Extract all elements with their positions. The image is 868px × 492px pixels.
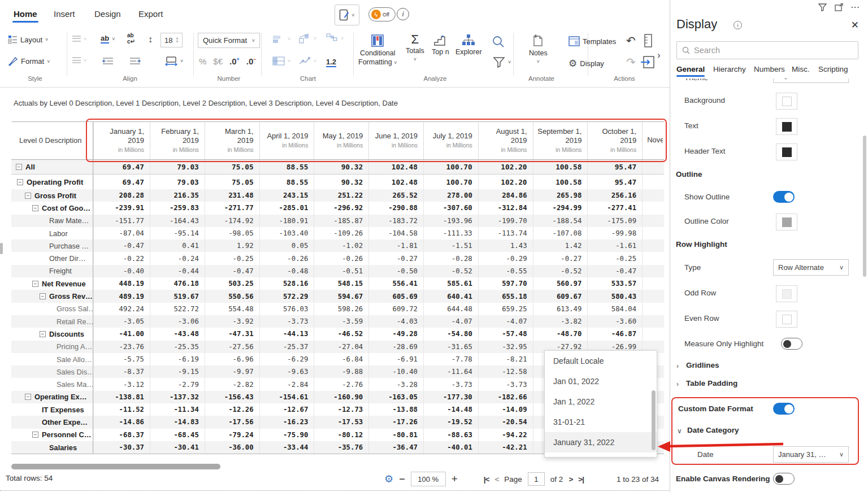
expander-icon[interactable]: − [32, 205, 38, 211]
expander-icon[interactable]: − [25, 193, 31, 199]
tab-export[interactable]: Export [138, 9, 163, 19]
date-format-option[interactable]: January 31, 2022 [545, 432, 657, 452]
chevron-right-icon[interactable]: › [676, 380, 679, 388]
even-row-color-swatch[interactable] [776, 311, 797, 328]
zoom-out-button[interactable]: − [399, 473, 405, 485]
decimal-increase-button[interactable]: .0+ [229, 56, 240, 66]
layout-button[interactable]: Layout ˅ [8, 35, 48, 44]
expander-icon[interactable]: − [17, 179, 23, 185]
top-n-button[interactable]: Top n [432, 35, 449, 56]
edit-mode-button[interactable]: ˅ [335, 5, 359, 25]
panel-tab-numbers[interactable]: Numbers [754, 65, 785, 73]
totals-button[interactable]: Σ Totals ˅ [406, 34, 424, 62]
column-width-button[interactable]: ˅ [165, 56, 183, 66]
search-data-button[interactable] [492, 35, 505, 49]
display-button[interactable]: ⚙ Display [568, 58, 604, 69]
gridlines-section[interactable]: Gridlines [686, 361, 719, 369]
settings-gear-icon[interactable]: ⚙ [384, 473, 393, 485]
expand-icon[interactable] [835, 3, 843, 11]
last-page-button[interactable]: >| [578, 475, 584, 484]
decimal-decrease-button[interactable]: .0− [246, 56, 257, 66]
decimal-display-button[interactable]: 1.2 [326, 58, 336, 67]
expander-icon[interactable]: − [32, 281, 38, 287]
undo-button[interactable]: ↶ [626, 34, 636, 47]
next-page-button[interactable]: > [568, 475, 572, 484]
filter-icon[interactable] [818, 3, 827, 11]
chevron-down-icon[interactable]: ˅ [176, 40, 178, 43]
quick-format-dropdown[interactable]: Quick Format ˅ [198, 33, 260, 48]
bar-chart-button[interactable]: ˅ [272, 34, 290, 44]
measure-only-highlight-toggle[interactable] [781, 338, 802, 350]
filter-button[interactable]: ˅ [493, 56, 511, 68]
text-overflow-button[interactable]: ab ˅ [101, 34, 115, 43]
panel-tab-hierarchy[interactable]: Hierarchy [713, 65, 746, 73]
date-format-select[interactable]: January 31, … ∨ [773, 446, 849, 463]
conditional-formatting-button[interactable]: Conditional Formatting ˅ [358, 34, 397, 67]
expander-icon[interactable]: − [40, 293, 46, 299]
date-category-section[interactable]: Date Category [687, 426, 739, 434]
collapse-panel-button[interactable] [640, 55, 655, 69]
row-height-icon[interactable]: ↕ [148, 34, 153, 45]
tab-home[interactable]: Home [14, 9, 37, 19]
dropdown-scrollbar[interactable] [652, 390, 656, 450]
indent-decrease-button[interactable] [102, 57, 114, 65]
expander-icon[interactable]: − [25, 394, 31, 400]
text-color-swatch[interactable] [776, 118, 797, 135]
row-highlight-type-select[interactable]: Row Alternate ∨ [773, 259, 849, 276]
explorer-button[interactable]: Explorer [455, 34, 482, 56]
power-toggle[interactable]: ϟ Off [368, 7, 396, 21]
templates-button[interactable]: Templates [568, 36, 616, 46]
info-icon[interactable]: i [397, 8, 409, 20]
table-padding-section[interactable]: Table Padding [686, 379, 737, 387]
date-format-option[interactable]: 31-01-21 [545, 412, 657, 432]
panel-scrollbar[interactable] [863, 136, 866, 277]
prev-page-button[interactable]: < [494, 475, 498, 484]
outline-color-swatch[interactable] [776, 214, 797, 230]
custom-date-format-toggle[interactable] [773, 403, 795, 415]
enable-canvas-rendering-toggle[interactable] [773, 473, 795, 485]
vertical-align-button[interactable]: ˅ [72, 36, 86, 42]
table-chart-button[interactable]: ˅ [272, 56, 290, 66]
expander-icon[interactable]: − [40, 331, 46, 337]
panel-tab-scripting[interactable]: Scripting [818, 65, 848, 73]
format-button[interactable]: Format ˅ [8, 56, 50, 66]
combo-chart-button[interactable]: ˅ [298, 33, 316, 44]
date-format-option[interactable]: Jan 01, 2022 [545, 371, 657, 391]
percent-format-button[interactable]: % [199, 56, 206, 66]
waterfall-chart-button[interactable]: ˅ [326, 33, 344, 44]
show-outline-toggle[interactable] [773, 191, 795, 203]
zoom-in-button[interactable]: + [452, 473, 458, 485]
horizontal-align-button[interactable]: ˅ [72, 57, 86, 63]
tab-insert[interactable]: Insert [54, 9, 75, 19]
panel-tab-general[interactable]: General [676, 65, 705, 73]
tab-design[interactable]: Design [94, 9, 121, 19]
line-chart-button[interactable]: ˅ [298, 56, 316, 66]
wrap-text-icon[interactable]: ab c↵ [127, 32, 135, 45]
panel-tab-misc[interactable]: Misc. [792, 65, 810, 73]
expander-icon[interactable]: − [32, 432, 38, 438]
page-input[interactable]: 1 [528, 472, 545, 486]
currency-format-button[interactable]: $€ [213, 56, 223, 66]
close-icon[interactable]: ✕ [851, 19, 859, 31]
expander-icon[interactable]: − [16, 164, 22, 170]
date-format-option[interactable]: Default Locale [545, 351, 657, 371]
ruler-button[interactable] [643, 34, 653, 47]
expand-ribbon-chevron[interactable]: › [657, 50, 661, 61]
chevron-right-icon[interactable]: › [676, 362, 679, 370]
visual-resize-handle[interactable] [0, 243, 3, 254]
background-color-swatch[interactable] [776, 93, 797, 110]
info-icon[interactable]: i [734, 21, 742, 29]
zoom-level[interactable]: 100 % [411, 472, 446, 486]
first-page-button[interactable]: |< [484, 475, 489, 484]
panel-search-input[interactable]: Search [676, 41, 858, 59]
font-size-stepper[interactable]: 18 ˄ ˅ [160, 33, 183, 47]
notes-button[interactable]: Notes ˅ [529, 34, 548, 64]
horizontal-scrollbar[interactable] [11, 464, 220, 469]
more-options-icon[interactable]: ··· [851, 3, 860, 11]
chevron-down-icon[interactable]: ∨ [677, 427, 682, 435]
date-format-option[interactable]: Jan 1, 2022 [545, 391, 657, 412]
indent-increase-button[interactable] [129, 57, 141, 65]
odd-row-color-swatch[interactable] [776, 285, 797, 302]
redo-button[interactable]: ↷ [626, 55, 636, 69]
header-text-color-swatch[interactable] [776, 143, 797, 160]
